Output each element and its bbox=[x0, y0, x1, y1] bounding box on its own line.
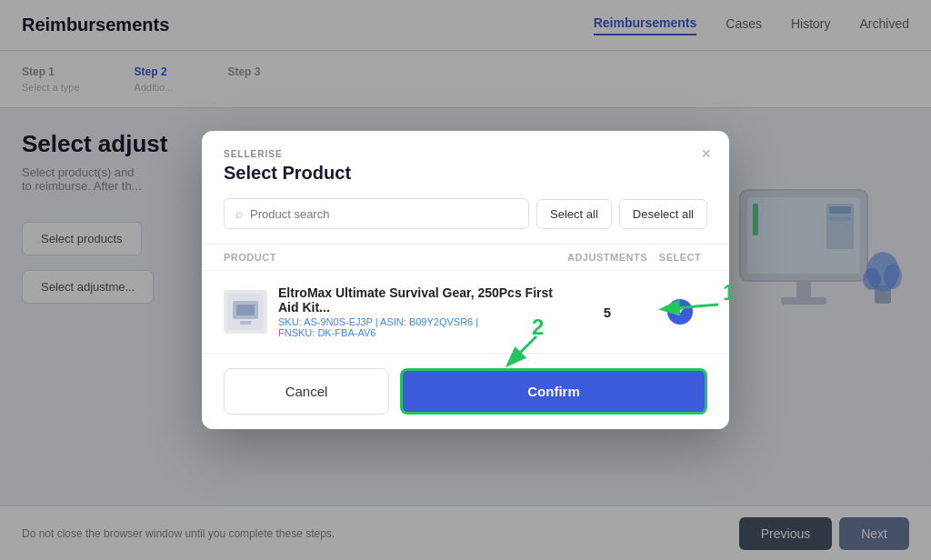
modal-overlay: × SELLERISE Select Product ⌕ Select all … bbox=[0, 0, 931, 560]
col-header-product: PRODUCT bbox=[224, 252, 562, 263]
search-input-wrap[interactable]: ⌕ bbox=[224, 198, 529, 229]
modal-close-button[interactable]: × bbox=[701, 145, 711, 162]
adjustment-count: 5 bbox=[562, 305, 653, 320]
modal-brand: SELLERISE bbox=[224, 149, 707, 159]
product-image bbox=[224, 290, 267, 334]
search-icon: ⌕ bbox=[235, 206, 243, 221]
product-checkbox[interactable]: ✓ bbox=[667, 299, 693, 325]
product-fnsku: FNSKU: DK-FBA-AV6 bbox=[278, 327, 562, 338]
search-input[interactable] bbox=[250, 207, 517, 221]
svg-rect-16 bbox=[240, 321, 251, 325]
table-row: EltroMax Ultimate Survival Gear, 250Pcs … bbox=[202, 271, 729, 354]
checkmark-icon: ✓ bbox=[675, 305, 686, 319]
select-all-button[interactable]: Select all bbox=[536, 199, 612, 229]
modal-footer: Cancel Confirm bbox=[202, 354, 729, 429]
product-name: EltroMax Ultimate Survival Gear, 250Pcs … bbox=[278, 285, 562, 315]
product-info: EltroMax Ultimate Survival Gear, 250Pcs … bbox=[278, 285, 562, 338]
modal-header: SELLERISE Select Product bbox=[202, 131, 729, 184]
modal-title: Select Product bbox=[224, 163, 707, 184]
app-background: Reimbursements Reimbursements Cases Hist… bbox=[0, 0, 931, 560]
confirm-button[interactable]: Confirm bbox=[400, 368, 707, 415]
modal: × SELLERISE Select Product ⌕ Select all … bbox=[202, 131, 729, 429]
table-header: PRODUCT ADJUSTMENTS SELECT bbox=[202, 244, 729, 271]
cancel-button[interactable]: Cancel bbox=[224, 368, 389, 415]
col-header-adjustments: ADJUSTMENTS bbox=[562, 252, 653, 263]
search-row: ⌕ Select all Deselect all bbox=[202, 184, 729, 244]
deselect-all-button[interactable]: Deselect all bbox=[619, 199, 707, 229]
col-header-select: SELECT bbox=[653, 252, 707, 263]
select-column[interactable]: ✓ bbox=[653, 299, 707, 325]
svg-rect-15 bbox=[236, 305, 255, 315]
product-sku: SKU: AS-9N0S-EJ3P | ASIN: B09Y2QVSR6 | bbox=[278, 316, 562, 327]
